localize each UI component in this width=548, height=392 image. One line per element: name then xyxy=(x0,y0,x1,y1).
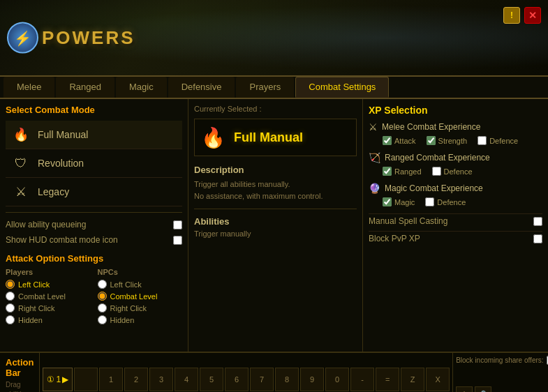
player-combat-level[interactable]: Combat Level xyxy=(6,292,91,301)
npc-left-click-radio[interactable] xyxy=(98,280,107,289)
action-slot-11[interactable]: 0 xyxy=(325,368,349,391)
action-bar: Action Bar Drag abilities or prayers ont… xyxy=(0,352,548,392)
npc-right-click[interactable]: Right Click xyxy=(98,303,183,312)
action-slot-10[interactable]: 9 xyxy=(300,368,324,391)
tab-defensive[interactable]: Defensive xyxy=(168,77,235,98)
action-bar-wrapper: Action Bar Drag abilities or prayers ont… xyxy=(0,352,548,392)
selected-mode-display: 🔥 Full Manual xyxy=(194,119,357,156)
left-panel: Select Combat Mode 🔥 Full Manual 🛡 Revol… xyxy=(0,99,188,352)
player-left-click-label: Left Click xyxy=(18,280,50,289)
manual-spell-casting-label: Manual Spell Casting xyxy=(369,216,447,226)
action-slot-7[interactable]: 6 xyxy=(225,368,249,391)
action-slot-15[interactable]: X xyxy=(426,368,450,391)
player-right-click-radio[interactable] xyxy=(6,303,15,312)
npc-hidden[interactable]: Hidden xyxy=(98,315,183,324)
attack-check-item: Attack xyxy=(383,136,416,145)
npc-right-click-label: Right Click xyxy=(110,304,147,312)
players-col: Players Left Click Combat Level Right Cl… xyxy=(6,268,91,327)
player-hidden[interactable]: Hidden xyxy=(6,315,91,324)
full-manual-icon: 🔥 xyxy=(11,125,31,144)
magic-xp-section: 🔮 Magic Combat Experience Magic Defence xyxy=(369,183,542,206)
full-manual-label: Full Manual xyxy=(38,129,88,140)
melee-xp-label: Melee Combat Experience xyxy=(382,122,480,132)
player-hidden-radio[interactable] xyxy=(6,315,15,324)
tab-bar: Melee Ranged Magic Defensive Prayers Com… xyxy=(0,77,548,99)
manual-spell-casting-checkbox[interactable] xyxy=(533,217,542,226)
attack-options: Players Left Click Combat Level Right Cl… xyxy=(6,268,182,327)
lock-button[interactable]: 🔒 xyxy=(475,386,491,392)
action-slot-6[interactable]: 5 xyxy=(200,368,223,391)
xp-selection-title: XP Selection xyxy=(369,105,542,116)
npcs-header: NPCs xyxy=(98,268,183,276)
player-left-click-radio[interactable] xyxy=(6,280,15,289)
npc-left-click-label: Left Click xyxy=(110,280,142,289)
attack-checkbox[interactable] xyxy=(383,136,392,145)
npc-left-click[interactable]: Left Click xyxy=(98,280,183,289)
magic-defence-label: Defence xyxy=(437,198,466,206)
action-slot-8[interactable]: 7 xyxy=(250,368,274,391)
action-bar-level-arrow: ▶ xyxy=(62,375,68,384)
melee-xp-icon: ⚔ xyxy=(369,121,378,133)
selected-mode-icon: 🔥 xyxy=(199,123,227,151)
player-left-click[interactable]: Left Click xyxy=(6,280,91,289)
players-header: Players xyxy=(6,268,91,276)
tab-combat-settings[interactable]: Combat Settings xyxy=(295,77,389,98)
ranged-checkbox[interactable] xyxy=(383,167,392,176)
magic-defence-check-item: Defence xyxy=(425,197,466,206)
action-bar-level-display[interactable]: ① 1 ▶ xyxy=(43,368,73,391)
main-content: Select Combat Mode 🔥 Full Manual 🛡 Revol… xyxy=(0,99,548,352)
action-bar-info: Action Bar Drag abilities or prayers ont… xyxy=(0,353,40,392)
action-slot-12[interactable]: - xyxy=(350,368,374,391)
mode-full-manual[interactable]: 🔥 Full Manual xyxy=(6,121,182,149)
npc-right-click-radio[interactable] xyxy=(98,303,107,312)
magic-xp-label: Magic Combat Experience xyxy=(385,183,483,193)
powers-icon-glyph: ⚡ xyxy=(14,29,31,46)
action-bar-icon-buttons: ⬆ 🔒 xyxy=(456,386,548,392)
mode-revolution[interactable]: 🛡 Revolution xyxy=(6,149,182,178)
desc-text-2: No assistance, with maximum control. xyxy=(194,190,357,202)
strength-checkbox[interactable] xyxy=(427,136,436,145)
melee-xp-section: ⚔ Melee Combat Experience Attack Strengt… xyxy=(369,121,542,145)
tab-melee[interactable]: Melee xyxy=(3,77,54,98)
action-slot-2[interactable]: 1 xyxy=(99,368,123,391)
npc-combat-level[interactable]: Combat Level xyxy=(98,292,183,301)
action-bar-level-num: 1 xyxy=(56,375,61,384)
legacy-icon: ⚔ xyxy=(11,182,31,202)
tab-prayers[interactable]: Prayers xyxy=(236,77,294,98)
share-button[interactable]: ⬆ xyxy=(456,386,473,392)
action-slot-5[interactable]: 4 xyxy=(175,368,198,391)
select-combat-mode-title: Select Combat Mode xyxy=(6,105,182,115)
ranged-defence-label: Defence xyxy=(444,167,473,176)
block-pvp-xp-checkbox[interactable] xyxy=(533,234,542,243)
right-panel: XP Selection ⚔ Melee Combat Experience A… xyxy=(363,99,548,352)
ranged-defence-checkbox[interactable] xyxy=(432,167,441,176)
close-button[interactable]: ✕ xyxy=(524,7,541,24)
npc-hidden-radio[interactable] xyxy=(98,315,107,324)
desc-text-1: Trigger all abilities manually. xyxy=(194,179,357,190)
show-hud-label: Show HUD combat mode icon xyxy=(6,235,118,245)
selected-mode-name: Full Manual xyxy=(234,130,303,145)
action-slot-4[interactable]: 3 xyxy=(149,368,173,391)
tab-magic[interactable]: Magic xyxy=(116,77,167,98)
abilities-divider xyxy=(194,209,357,209)
action-slot-1[interactable] xyxy=(74,368,98,391)
npcs-col: NPCs Left Click Combat Level Right Click… xyxy=(98,268,183,327)
description-title: Description xyxy=(194,165,357,175)
magic-label: Magic xyxy=(394,198,415,206)
action-slot-14[interactable]: Z xyxy=(401,368,424,391)
show-hud-checkbox[interactable] xyxy=(173,236,182,245)
allow-queueing-checkbox[interactable] xyxy=(173,220,182,229)
tab-ranged[interactable]: Ranged xyxy=(56,77,114,98)
revolution-icon: 🛡 xyxy=(11,153,31,173)
melee-defence-check-item: Defence xyxy=(477,136,518,145)
action-slot-9[interactable]: 8 xyxy=(275,368,299,391)
action-slot-3[interactable]: 2 xyxy=(124,368,148,391)
magic-defence-checkbox[interactable] xyxy=(425,197,434,206)
npc-combat-level-radio[interactable] xyxy=(98,292,107,301)
player-combat-level-radio[interactable] xyxy=(6,292,15,301)
magic-checkbox[interactable] xyxy=(383,197,392,206)
action-slot-13[interactable]: = xyxy=(376,368,399,391)
melee-defence-checkbox[interactable] xyxy=(477,136,487,145)
player-right-click[interactable]: Right Click xyxy=(6,303,91,312)
mode-legacy[interactable]: ⚔ Legacy xyxy=(6,178,182,206)
